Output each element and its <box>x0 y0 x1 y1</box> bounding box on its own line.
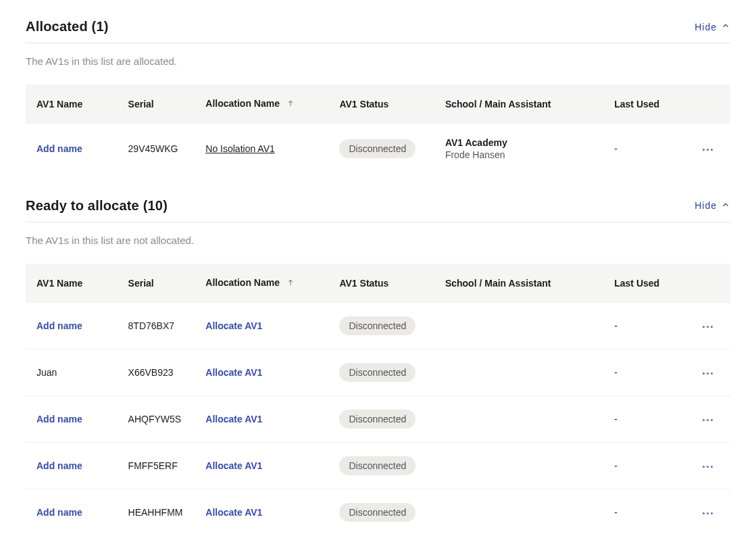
col-header-allocation-label: Allocation Name <box>205 277 280 288</box>
col-header-status[interactable]: AV1 Status <box>328 84 434 124</box>
allocate-link[interactable]: Allocate AV1 <box>205 320 262 331</box>
ready-header: Ready to allocate (10) Hide <box>26 198 730 214</box>
col-header-school[interactable]: School / Main Assistant <box>434 264 603 303</box>
row-actions-menu[interactable] <box>699 415 717 425</box>
cell-school <box>434 442 603 489</box>
allocated-title: Allocated (1) <box>26 19 109 34</box>
row-actions-menu[interactable] <box>699 145 717 155</box>
cell-last-used: - <box>603 442 688 489</box>
allocated-thead-row: AV1 Name Serial Allocation Name AV1 Stat… <box>26 84 730 124</box>
table-row: JuanX66VB923Allocate AV1Disconnected- <box>26 349 730 395</box>
add-name-link[interactable]: Add name <box>36 414 82 424</box>
allocated-description: The AV1s in this list are allocated. <box>26 55 730 67</box>
allocate-link[interactable]: Allocate AV1 <box>205 507 262 518</box>
col-header-status[interactable]: AV1 Status <box>328 264 434 303</box>
table-row: Add name8TD76BX7Allocate AV1Disconnected… <box>26 303 730 349</box>
allocation-name-link[interactable]: No Isolation AV1 <box>205 143 274 154</box>
ready-table: AV1 Name Serial Allocation Name AV1 Stat… <box>26 264 730 535</box>
col-header-serial[interactable]: Serial <box>118 84 195 124</box>
add-name-link[interactable]: Add name <box>36 460 82 471</box>
cell-last-used: - <box>603 303 688 349</box>
row-actions-menu[interactable] <box>699 462 717 472</box>
allocate-link[interactable]: Allocate AV1 <box>205 414 262 424</box>
ready-thead-row: AV1 Name Serial Allocation Name AV1 Stat… <box>26 264 730 303</box>
school-name: AV1 Academy <box>445 137 603 148</box>
ready-hide-toggle[interactable]: Hide <box>695 200 730 212</box>
cell-school <box>434 395 603 442</box>
status-badge: Disconnected <box>339 456 415 475</box>
cell-serial: HEAHHFMM <box>118 489 195 535</box>
ready-description: The AV1s in this list are not allocated. <box>26 235 730 246</box>
row-actions-menu[interactable] <box>699 322 717 332</box>
col-header-last[interactable]: Last Used <box>603 84 688 124</box>
ready-section: Ready to allocate (10) Hide The AV1s in … <box>26 198 730 535</box>
table-row: Add nameAHQFYW5SAllocate AV1Disconnected… <box>26 395 730 442</box>
row-actions-menu[interactable] <box>699 368 717 379</box>
status-badge: Disconnected <box>339 363 415 382</box>
cell-serial: 29V45WKG <box>118 124 195 174</box>
col-header-actions <box>688 84 730 124</box>
col-header-name[interactable]: AV1 Name <box>26 84 118 124</box>
cell-serial: 8TD76BX7 <box>118 303 195 349</box>
cell-last-used: - <box>603 124 688 174</box>
cell-last-used: - <box>603 349 688 395</box>
school-assistant: AV1 Academy Frode Hansen <box>445 137 603 160</box>
add-name-link[interactable]: Add name <box>36 320 82 331</box>
cell-serial: AHQFYW5S <box>118 395 195 442</box>
status-badge: Disconnected <box>339 503 415 522</box>
col-header-name[interactable]: AV1 Name <box>26 264 118 303</box>
col-header-last[interactable]: Last Used <box>603 264 688 303</box>
chevron-up-icon <box>721 200 730 212</box>
col-header-actions <box>688 264 730 303</box>
row-actions-menu[interactable] <box>699 508 717 518</box>
ready-divider <box>26 222 730 222</box>
col-header-allocation-label: Allocation Name <box>205 98 280 109</box>
add-name-link[interactable]: Add name <box>36 143 82 154</box>
assistant-name: Frode Hansen <box>445 149 603 160</box>
cell-serial: X66VB923 <box>118 349 195 395</box>
allocate-link[interactable]: Allocate AV1 <box>205 460 262 471</box>
table-row: Add nameHEAHHFMMAllocate AV1Disconnected… <box>26 489 730 535</box>
cell-serial: FMFF5ERF <box>118 442 195 489</box>
chevron-up-icon <box>721 21 730 32</box>
sort-asc-icon <box>286 99 295 110</box>
add-name-link[interactable]: Add name <box>36 507 82 518</box>
table-row: Add nameFMFF5ERFAllocate AV1Disconnected… <box>26 442 730 489</box>
allocated-table: AV1 Name Serial Allocation Name AV1 Stat… <box>26 84 730 174</box>
hide-label: Hide <box>695 22 717 32</box>
cell-last-used: - <box>603 489 688 535</box>
cell-last-used: - <box>603 395 688 442</box>
allocated-section: Allocated (1) Hide The AV1s in this list… <box>26 19 730 174</box>
cell-school <box>434 349 603 395</box>
hide-label: Hide <box>695 200 717 211</box>
allocated-hide-toggle[interactable]: Hide <box>695 21 730 32</box>
allocate-link[interactable]: Allocate AV1 <box>205 367 262 378</box>
status-badge: Disconnected <box>339 316 415 335</box>
cell-name: Juan <box>26 349 118 395</box>
col-header-school[interactable]: School / Main Assistant <box>434 84 603 124</box>
table-row: Add name 29V45WKG No Isolation AV1 Disco… <box>26 124 730 174</box>
ready-title: Ready to allocate (10) <box>26 198 168 214</box>
allocated-divider <box>26 43 730 43</box>
col-header-allocation[interactable]: Allocation Name <box>195 84 328 124</box>
cell-school <box>434 489 603 535</box>
cell-school <box>434 303 603 349</box>
sort-asc-icon <box>286 278 295 289</box>
col-header-serial[interactable]: Serial <box>118 264 195 303</box>
col-header-allocation[interactable]: Allocation Name <box>195 264 328 303</box>
allocated-header: Allocated (1) Hide <box>26 19 730 34</box>
status-badge: Disconnected <box>339 139 415 158</box>
status-badge: Disconnected <box>339 410 415 429</box>
